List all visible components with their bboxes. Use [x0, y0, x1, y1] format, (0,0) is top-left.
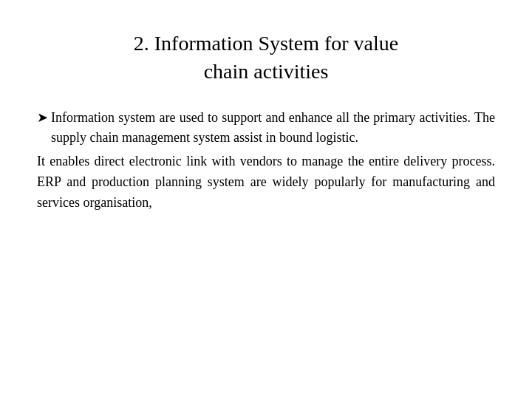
slide-title: 2. Information System for value chain ac… — [37, 30, 495, 86]
paragraph-2: It enables direct electronic link with v… — [37, 151, 495, 214]
bullet-paragraph-1: ➤ Information system are used to support… — [37, 108, 495, 149]
paragraph-2-text: It enables direct electronic link with v… — [37, 154, 495, 210]
bullet-arrow: ➤ — [37, 108, 48, 129]
slide-body: ➤ Information system are used to support… — [37, 108, 495, 225]
slide-container: 2. Information System for value chain ac… — [0, 0, 532, 399]
title-line2: chain activities — [204, 60, 329, 83]
paragraph-1-text: Information system are used to support a… — [51, 108, 495, 149]
title-line1: 2. Information System for value — [134, 32, 398, 55]
